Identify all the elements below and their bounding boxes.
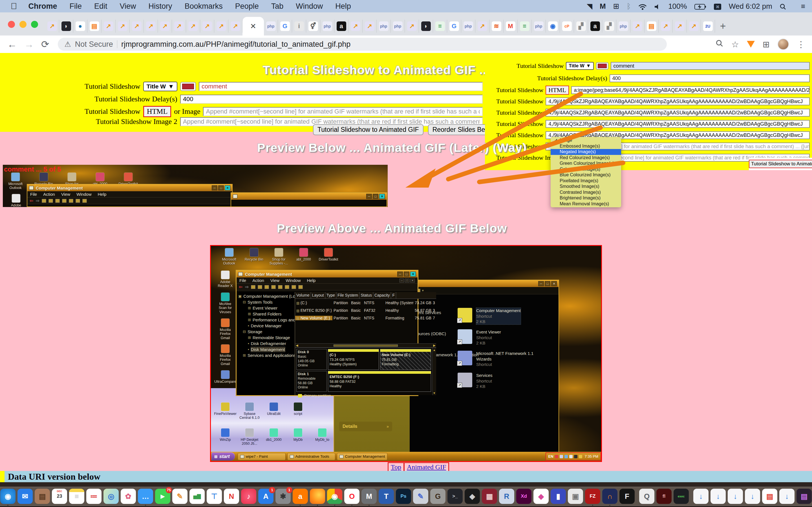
adblock-extension-icon[interactable] (747, 41, 755, 48)
browser-tab[interactable]: ↗ (673, 20, 687, 33)
browser-tab[interactable]: ↗ (101, 20, 116, 33)
browser-tab[interactable]: ↗ (229, 20, 243, 33)
taskbar-task-button[interactable]: wipe7 - Paint (238, 453, 286, 460)
browser-tab[interactable]: ↗ (630, 20, 645, 33)
top-link[interactable]: Top (388, 462, 404, 472)
dock-app-icon[interactable]: ≡ (69, 489, 84, 504)
dock-app-icon[interactable]: FZ ● (585, 489, 600, 504)
partition-c[interactable]: (C:) 73.24 GB NTFS Healthy (System) (328, 349, 379, 370)
volume-icon[interactable] (654, 2, 661, 11)
browser-tab[interactable]: ↗ (687, 20, 701, 33)
tree-expand-icon[interactable]: ⊞ (248, 312, 251, 316)
html-button[interactable]: HTML (143, 106, 171, 117)
browser-tab[interactable]: ↗ (405, 20, 419, 33)
menu-view[interactable]: View (270, 278, 280, 283)
p2-slide-input[interactable]: 4,/9j/4AAQSkZJRgABAQEAYABgAAD/4QAWRXhpZg… (546, 98, 810, 105)
browser-tab[interactable]: ≡ (433, 20, 447, 33)
dock-app-icon[interactable]: Ps (396, 489, 411, 504)
tree-item[interactable]: ⊞ Removable Storage (237, 335, 295, 341)
dock-app-icon[interactable]: ↓ (728, 489, 743, 504)
p2-comment-input[interactable]: comment (611, 62, 810, 70)
browser-tab[interactable]: ↗ (186, 20, 200, 33)
browser-tab[interactable]: ↗ (200, 20, 214, 33)
column-header[interactable]: Volume (295, 292, 311, 298)
dock-app-icon[interactable]: ✎ (413, 489, 428, 504)
browser-tab[interactable]: ◗ (419, 20, 433, 33)
browser-tab[interactable]: ↗ (130, 20, 144, 33)
browser-tab[interactable]: php (532, 20, 546, 33)
tray-icon[interactable] (569, 455, 573, 458)
dropdown-option[interactable]: Contrasted Image(s) (551, 189, 621, 195)
avast-menubar-icon[interactable]: ◥ (587, 2, 592, 11)
browser-tab[interactable]: php (320, 20, 335, 33)
browser-tab[interactable]: 2U (701, 20, 715, 33)
wifi-icon[interactable] (638, 2, 647, 11)
close-icon[interactable]: ✕ (410, 272, 416, 277)
dock-app-icon[interactable]: T (378, 489, 394, 504)
column-header[interactable]: File System (336, 292, 359, 298)
dock-app-icon[interactable]: ↓ (745, 489, 760, 504)
column-header[interactable]: Type (325, 292, 336, 298)
browser-tab[interactable]: ↗ (659, 20, 673, 33)
tray-icon[interactable] (555, 455, 558, 458)
scroll-down-icon[interactable]: ▼ (433, 392, 436, 395)
menu-help[interactable]: Help (307, 278, 315, 283)
dock-app-icon[interactable]: ▣ (568, 489, 583, 504)
horizontal-scrollbar[interactable]: ◀ ▶ (295, 343, 436, 347)
browser-tab[interactable]: php (391, 20, 405, 33)
dropdown-option[interactable]: Embossed Image(s) (551, 144, 621, 149)
p2-slide-input[interactable]: 4,/9j/4AAQSkZJRgABAQEAYABgAAD/4QAWRXhpZg… (546, 120, 810, 128)
browser-tab[interactable]: ↗ (116, 20, 130, 33)
dock-app-icon[interactable]: N (224, 489, 239, 504)
menubar-history[interactable]: History (144, 2, 177, 11)
dock-app-icon[interactable]: ▤ (797, 489, 812, 504)
active-tab[interactable]: ✕ (243, 17, 264, 36)
dropdown-option[interactable]: Green Colourized Image(s) (551, 161, 621, 166)
dropdown-option[interactable]: ✓ Image (551, 137, 621, 144)
browser-tab[interactable]: ▞ (574, 20, 588, 33)
browser-tab[interactable]: ↗ (214, 20, 229, 33)
dock-app-icon[interactable]: F (619, 489, 635, 504)
dock-app-icon[interactable]: ↓ (779, 489, 795, 504)
submit-slideshow-button[interactable]: Tutorial Slideshow to Animated GIF (313, 124, 423, 135)
dock-app-icon[interactable] (691, 489, 691, 504)
taskbar-task-button[interactable]: Administrative Tools (287, 453, 335, 460)
p2-submit-button[interactable]: Tutorial Slideshow to Animated GIF (749, 160, 812, 168)
browser-tab[interactable]: ◉ (546, 20, 560, 33)
p2-base64-input[interactable]: a:image/jpeg;base64,/9j/4AAQSkZJRgABAQEA… (571, 86, 810, 94)
tree-item[interactable]: ▪ Disk Management (237, 346, 295, 352)
tree-expand-icon[interactable]: ⊟ (243, 330, 246, 334)
dock-app-icon[interactable]: exec (673, 489, 689, 504)
dock-app-icon[interactable]: ◎ (103, 489, 119, 504)
input-source-icon[interactable]: ⌘ (714, 2, 721, 11)
tab-close-icon[interactable]: ✕ (250, 22, 256, 31)
dock-app-icon[interactable]: ● (310, 489, 325, 504)
not-secure-warning-icon[interactable]: ⚠ (64, 40, 71, 49)
browser-tab[interactable]: ▤ (645, 20, 659, 33)
p2-html-button[interactable]: HTML (546, 86, 569, 95)
dock-app-icon[interactable]: DEC 23 (52, 489, 67, 504)
menubar-people[interactable]: People (230, 2, 264, 11)
details-panel-header[interactable]: Details » (339, 421, 392, 431)
menubar-help[interactable]: Help (330, 2, 356, 11)
menubar-tab[interactable]: Tab (266, 2, 289, 11)
dock-app-icon[interactable]: ♪ (241, 489, 256, 504)
menu-file[interactable]: File (239, 278, 246, 283)
browser-tab[interactable]: ↗ (363, 20, 377, 33)
dock-app-icon[interactable]: ✱ 1 (275, 489, 291, 504)
dropdown-option[interactable]: Red Colourized Image(s) (551, 155, 621, 161)
dock-app-icon[interactable]: a ● (293, 489, 308, 504)
tree-expand-icon[interactable]: ⊟ (243, 300, 246, 304)
dock-app-icon[interactable] (637, 489, 637, 504)
browser-tab[interactable]: php (616, 20, 630, 33)
browser-tab[interactable]: ▤ (87, 20, 101, 33)
volume-row[interactable]: (C:)PartitionBasic NTFSHealthy (System)7… (295, 299, 436, 306)
dropdown-option[interactable]: Smoothed Image(s) (551, 184, 621, 189)
menubar-clock[interactable]: Wed 6:02 pm (729, 2, 772, 11)
dock-app-icon[interactable]: ▮ (551, 489, 566, 504)
tree-item[interactable]: ⊞ Performance Logs and Alert: (237, 317, 295, 323)
volume-row[interactable]: EMTEC B250 (F:)PartitionBasic FAT32Healt… (295, 306, 436, 314)
menubar-file[interactable]: File (64, 2, 87, 11)
partition-f[interactable]: EMTEC B250 (F:) 58.88 GB FAT32 Healthy (328, 371, 431, 392)
notification-center-icon[interactable]: ≡ (801, 2, 805, 11)
